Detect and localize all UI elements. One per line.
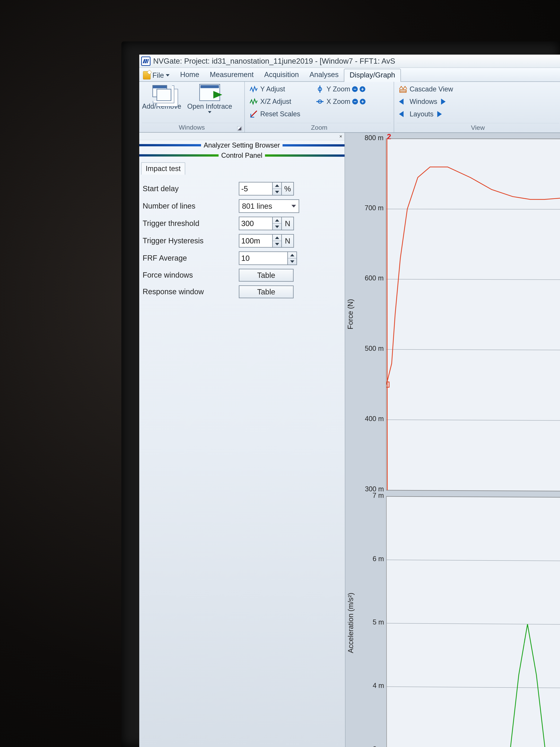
trigger-threshold-input[interactable] (239, 217, 273, 230)
layouts-nav-label: Layouts (410, 110, 433, 118)
pane-mini-titlebar: × (139, 132, 345, 140)
row-trigger-hysteresis: Trigger Hysteresis N (143, 234, 341, 248)
chart-force[interactable]: Force (N) 800 m700 m600 m500 m400 m300 m… (345, 138, 560, 491)
start-delay-stepper[interactable] (273, 182, 282, 196)
ribbon-group-zoom: Y Adjust X/Z Adjust Reset Scales (245, 82, 394, 132)
close-icon[interactable]: × (338, 134, 343, 139)
y-adjust-icon (250, 85, 258, 93)
x-zoom-button[interactable]: X Zoom − + (314, 95, 391, 108)
zoom-out-icon[interactable]: − (352, 99, 358, 104)
accordion-label: Control Panel (218, 152, 265, 159)
open-infotrace-button[interactable]: Open Infotrace (181, 83, 238, 114)
zoom-in-icon[interactable]: + (359, 86, 365, 92)
row-trigger-threshold: Trigger threshold N (143, 216, 341, 230)
trigger-hysteresis-stepper[interactable] (273, 234, 282, 248)
reset-scales-icon (250, 110, 258, 118)
layouts-nav-button[interactable]: Layouts (397, 108, 559, 121)
y-zoom-icon (316, 85, 324, 93)
number-of-lines-select[interactable]: 801 lines (239, 199, 299, 213)
trigger-threshold-stepper[interactable] (273, 217, 282, 230)
y-ticks-accel: 7 m6 m5 m4 m3 m (356, 496, 386, 747)
infotrace-icon (199, 84, 220, 101)
trigger-hysteresis-unit: N (282, 234, 294, 248)
x-zoom-icon (316, 98, 324, 106)
xz-adjust-label: X/Z Adjust (260, 98, 291, 105)
svg-line-16 (387, 623, 560, 624)
ribbon-group-windows: Add/Remove Open Infotrace Windows (139, 82, 245, 132)
svg-line-9 (386, 350, 560, 350)
arrow-left-icon (399, 98, 407, 106)
y-tick: 5 m (373, 618, 384, 626)
y-zoom-label: Y Zoom (326, 85, 350, 93)
y-adjust-button[interactable]: Y Adjust (247, 83, 314, 95)
chart-acceleration[interactable]: Acceleration (m/s²) 7 m6 m5 m4 m3 m (345, 496, 560, 747)
add-remove-label: Add/Remove (142, 102, 181, 110)
screen: NVGate: Project: id31_nanostation_11june… (139, 55, 560, 747)
file-menu-button[interactable]: File (141, 70, 173, 81)
svg-line-10 (386, 420, 560, 420)
left-pane: × Analyzer Setting Browser Control Panel… (139, 132, 345, 747)
window-titlebar: NVGate: Project: id31_nanostation_11june… (139, 55, 560, 68)
y-axis-label-accel: Acceleration (m/s²) (345, 496, 356, 747)
tab-measurement[interactable]: Measurement (205, 69, 259, 81)
windows-nav-button[interactable]: Windows (397, 96, 559, 108)
window-title: NVGate: Project: id31_nanostation_11june… (153, 57, 560, 65)
y-tick: 800 m (365, 134, 383, 142)
plot-force[interactable]: 2 (386, 138, 560, 491)
label-trigger-hysteresis: Trigger Hysteresis (143, 236, 239, 245)
accordion-control-panel[interactable]: Control Panel (139, 150, 345, 161)
zoom-in-icon[interactable]: + (360, 99, 366, 104)
label-start-delay: Start delay (143, 184, 239, 193)
accordion-analyzer-setting-browser[interactable]: Analyzer Setting Browser (139, 140, 345, 150)
label-frf-average: FRF Average (143, 254, 239, 262)
arrow-left-icon (399, 110, 407, 118)
y-tick: 600 m (365, 274, 384, 282)
tab-display-graph[interactable]: Display/Graph (344, 69, 401, 82)
row-frf-average: FRF Average (143, 251, 341, 265)
group-expander-icon[interactable] (237, 126, 242, 131)
number-of-lines-value: 801 lines (242, 202, 272, 210)
ribbon: Add/Remove Open Infotrace Windows (139, 82, 560, 133)
plot-acceleration[interactable] (386, 496, 560, 747)
tab-analyses[interactable]: Analyses (304, 69, 344, 81)
chart-pane: Force (N) 800 m700 m600 m500 m400 m300 m… (345, 133, 560, 747)
trigger-hysteresis-input[interactable] (239, 234, 273, 248)
y-zoom-button[interactable]: Y Zoom − + (314, 83, 391, 95)
app-icon (141, 56, 151, 66)
xz-adjust-button[interactable]: X/Z Adjust (247, 95, 314, 108)
arrow-right-icon (439, 98, 446, 106)
svg-line-7 (386, 209, 560, 209)
tab-home[interactable]: Home (175, 69, 205, 81)
workspace: × Analyzer Setting Browser Control Panel… (139, 132, 560, 747)
tab-acquisition[interactable]: Acquisition (259, 69, 304, 81)
chevron-down-icon (166, 74, 169, 76)
frf-average-input[interactable] (239, 251, 288, 265)
ribbon-group-view: Cascade View Windows Layouts View (394, 82, 560, 132)
force-windows-table-button[interactable]: Table (239, 268, 294, 282)
y-tick: 4 m (373, 682, 384, 690)
file-icon (143, 71, 151, 79)
start-delay-input[interactable] (239, 182, 273, 196)
tab-impact-test[interactable]: Impact test (141, 162, 185, 175)
response-window-table-button[interactable]: Table (239, 285, 294, 299)
x-zoom-label: X Zoom (326, 98, 350, 106)
frf-average-stepper[interactable] (288, 252, 297, 265)
ribbon-group-label-windows: Windows (142, 123, 242, 132)
svg-line-14 (386, 496, 560, 497)
y-tick: 7 m (373, 492, 384, 499)
y-adjust-label: Y Adjust (260, 85, 285, 93)
accordion-label: Analyzer Setting Browser (201, 141, 283, 150)
y-tick: 500 m (365, 344, 384, 353)
reset-scales-button[interactable]: Reset Scales (247, 108, 314, 120)
label-response-window: Response window (143, 287, 239, 296)
zoom-out-icon[interactable]: − (352, 86, 358, 92)
xz-adjust-icon (250, 98, 258, 105)
cascade-icon (399, 85, 407, 93)
cascade-view-label: Cascade View (410, 85, 453, 93)
svg-line-17 (387, 687, 560, 688)
cascade-view-button[interactable]: Cascade View (397, 83, 559, 96)
add-remove-button[interactable]: Add/Remove (142, 83, 181, 111)
windows-icon (151, 84, 172, 101)
y-tick: 6 m (373, 555, 384, 563)
y-tick: 700 m (365, 204, 384, 212)
